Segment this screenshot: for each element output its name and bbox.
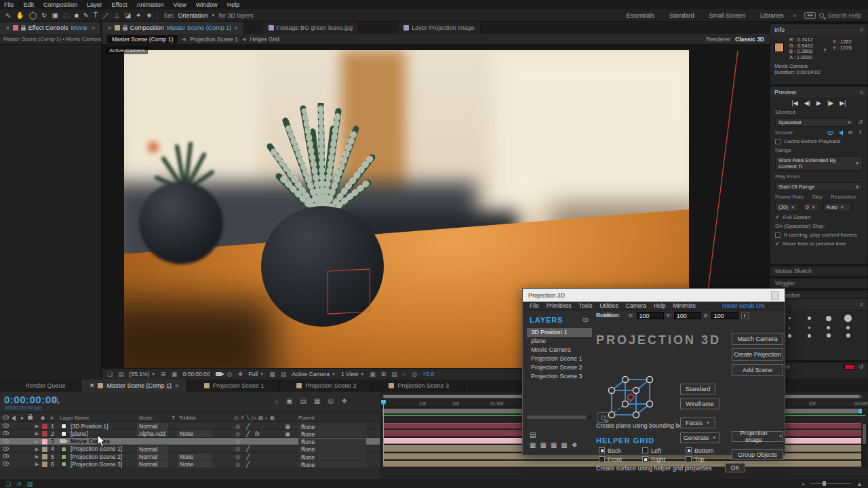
t-header[interactable]: T xyxy=(172,415,175,421)
channels-icon[interactable]: ❖ xyxy=(237,371,243,378)
reset-icon[interactable]: ↺ xyxy=(859,364,863,370)
viewer-timecode[interactable]: 0:00:00:00 xyxy=(182,371,210,378)
camera-dropdown[interactable]: Active Camera▼ xyxy=(292,371,336,378)
renderer-value[interactable]: Classic 3D xyxy=(735,36,764,43)
blend-mode-dropdown[interactable]: Alpha Add xyxy=(137,430,168,437)
eye-icon[interactable] xyxy=(3,447,9,451)
layer-row[interactable]: ▶ 3 Movie Camera ◎ None▼ xyxy=(0,438,380,445)
lock-icon[interactable] xyxy=(123,27,127,30)
show-snapshot-icon[interactable]: ◎ xyxy=(227,371,233,378)
parent-dropdown[interactable]: None▼ xyxy=(298,439,366,445)
region-of-interest-icon[interactable]: ▣ xyxy=(172,371,178,378)
motion-blur-icon[interactable]: ◎ xyxy=(328,397,334,405)
tool-icon[interactable]: ✦ xyxy=(136,12,141,19)
workspace-tab[interactable]: Small Screen xyxy=(709,12,745,19)
menu-item[interactable]: Help xyxy=(227,1,240,8)
move-time-label[interactable]: Move time to preview time xyxy=(783,241,846,247)
tool-icon[interactable]: ✋ xyxy=(16,12,24,19)
trkmat-dropdown[interactable]: None xyxy=(178,453,212,460)
menu-item[interactable]: File xyxy=(4,1,14,8)
helper-checkbox[interactable]: Bottom xyxy=(686,446,728,455)
grid-pair-icon[interactable]: ▦ xyxy=(561,441,567,449)
transport-button[interactable]: |▶ xyxy=(827,100,833,106)
tool-icon[interactable]: ◪ xyxy=(125,12,131,19)
safe-margins-icon[interactable]: ⊞ xyxy=(161,371,166,378)
tool-icon[interactable]: ■ xyxy=(74,12,78,19)
menu-item[interactable]: Edit xyxy=(24,1,35,8)
transport-button[interactable]: ◀| xyxy=(804,100,810,106)
label-chip[interactable] xyxy=(42,447,47,452)
layer-name-header[interactable]: Layer Name xyxy=(60,415,90,421)
parent-dropdown[interactable]: None▼ xyxy=(298,446,366,453)
tab-footage[interactable]: Footage BG green leave.jpg xyxy=(263,22,359,34)
resolution-dropdown[interactable]: Full▼ xyxy=(249,371,264,378)
menu-item[interactable]: Layer xyxy=(87,1,102,8)
view-layout-dropdown[interactable]: 1 View▼ xyxy=(341,371,364,378)
layer-row[interactable]: ▶ 6 [Projection Scene 3] Normal None ◎ ╱ xyxy=(0,460,380,468)
p3d-menu-item[interactable]: Utilities xyxy=(599,302,618,309)
close-icon[interactable]: ✕ xyxy=(90,382,95,389)
tool-icon[interactable]: T xyxy=(94,12,98,19)
quality-switch[interactable]: ╱ xyxy=(246,453,250,460)
adjust-icon[interactable]: ▤ xyxy=(27,481,33,487)
trkmat-dropdown[interactable]: None xyxy=(178,461,212,468)
search-help[interactable]: Search Help xyxy=(804,12,868,19)
exposure-icon[interactable]: ◎ xyxy=(412,371,417,378)
layer-name[interactable]: [Projection Scene 1] xyxy=(71,445,122,452)
include-video-icon[interactable] xyxy=(827,131,833,135)
brush-preset[interactable] xyxy=(827,326,830,329)
eye-icon[interactable] xyxy=(3,454,9,458)
layer-row[interactable]: ▶ 1 [3D Position 1] Normal ◎ ╱ ▣ None▼ xyxy=(0,422,380,430)
brush-preset[interactable] xyxy=(826,316,831,321)
parent-dropdown[interactable]: None▼ xyxy=(298,430,366,437)
eye-icon[interactable] xyxy=(3,431,9,435)
tool-icon[interactable]: ⬚ xyxy=(63,12,69,19)
grid-pair-icon[interactable]: ▦ xyxy=(540,441,546,449)
label-chip[interactable] xyxy=(42,439,47,445)
tab-label[interactable]: Layer Projection Image xyxy=(412,24,475,31)
layer-row[interactable]: ▶ 5 [Projection Scene 2] Normal None ◎ ╱ xyxy=(0,453,380,460)
reset-icon[interactable]: ↺ xyxy=(858,119,863,125)
move-tool-icon[interactable]: ❖ xyxy=(572,441,578,449)
quality-switch[interactable]: ╱ xyxy=(246,430,250,437)
3d-switch[interactable]: ▣ xyxy=(285,430,290,437)
standard-button[interactable]: Standard xyxy=(680,384,715,394)
snapshot-icon[interactable] xyxy=(216,372,222,376)
twirl-icon[interactable]: ▶ xyxy=(35,454,39,460)
exposure-value[interactable]: +0.0 xyxy=(422,371,434,378)
tool-icon[interactable]: ◯ xyxy=(29,12,37,19)
tool-icon[interactable]: ✎ xyxy=(83,12,88,19)
tab-label[interactable]: Effect Controls xyxy=(28,24,68,31)
wireframe-button[interactable]: Wireframe xyxy=(680,399,719,409)
breadcrumb-item[interactable]: Helper Grid xyxy=(250,36,279,43)
checkbox-icon[interactable] xyxy=(686,447,692,453)
p3d-menu-item[interactable]: Tools xyxy=(579,302,593,309)
label-chip[interactable] xyxy=(42,462,47,467)
helper-checkbox[interactable]: Right xyxy=(642,455,686,464)
twirl-icon[interactable]: ▶ xyxy=(35,431,39,436)
checkbox-icon[interactable] xyxy=(642,456,648,462)
always-preview-icon[interactable]: ❏ xyxy=(107,371,113,378)
layer-name[interactable]: [3D Position 1] xyxy=(71,423,108,430)
brush-preset[interactable] xyxy=(846,333,850,338)
helper-checkbox[interactable]: Top xyxy=(686,455,728,464)
include-overlays-icon[interactable]: ⊞ xyxy=(848,129,853,136)
projection3d-window[interactable]: Projection 3D FilePrimitivesToolsUtiliti… xyxy=(522,288,785,455)
quality-switch[interactable]: ╱ xyxy=(246,445,250,452)
p3d-layer-item[interactable]: Projection Scene 1 xyxy=(527,354,592,363)
composition-mini-flowchart-icon[interactable]: ⌂ xyxy=(275,397,279,405)
brush-preset[interactable] xyxy=(789,327,790,329)
hover-scrub-toggle[interactable]: Hover Scrub ON xyxy=(722,302,764,309)
twirl-icon[interactable]: ▶ xyxy=(35,447,39,452)
p3d-menu-item[interactable]: File xyxy=(530,302,539,309)
timeline-button-icon[interactable]: ▤ xyxy=(391,371,397,378)
p3d-layer-item[interactable]: 3D Position 1 xyxy=(527,328,592,337)
x-value-field[interactable]: 100 xyxy=(637,312,664,319)
frame-blend-icon[interactable]: ▦ xyxy=(314,397,320,405)
zoom-slider-track[interactable] xyxy=(810,483,851,484)
generate-dropdown[interactable]: Generate▼ xyxy=(680,432,719,443)
fx-switch[interactable]: fx xyxy=(255,430,260,437)
frame-rate-dropdown[interactable]: (30)▼ xyxy=(775,203,798,211)
tab-overflow-icon[interactable]: » xyxy=(92,24,95,31)
blend-mode-dropdown[interactable]: Normal xyxy=(137,453,168,460)
